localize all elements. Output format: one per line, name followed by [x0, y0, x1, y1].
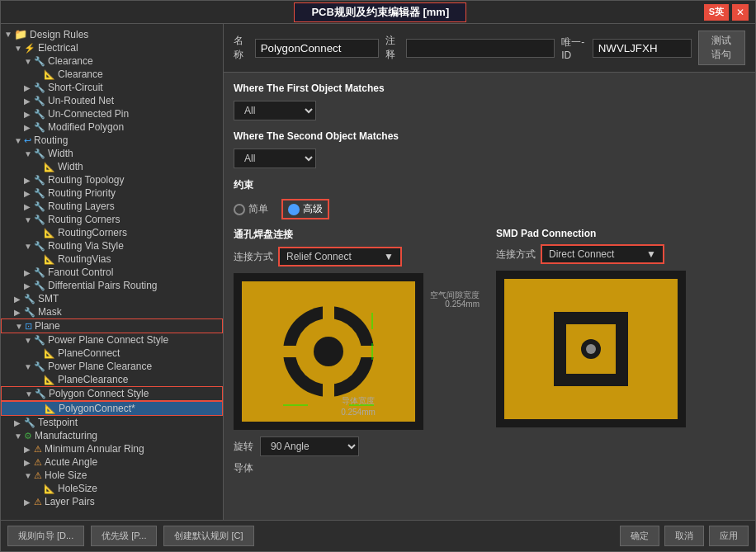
rule-icon: 📐 [44, 375, 55, 385]
tree-item-polygon-connect[interactable]: 📐 PolygonConnect* [1, 401, 223, 416]
tree-item-width-group[interactable]: ▼ 🔧 Width [1, 147, 223, 160]
radio-group: 简单 高级 [234, 199, 745, 219]
tree-item-un-routed-net[interactable]: ▶ 🔧 Un-Routed Net [1, 94, 223, 107]
main-area: ▼ 📁 Design Rules ▼ ⚡ Electrical ▼ 🔧 Clea… [1, 24, 755, 520]
expand-arrow: ▶ [24, 281, 34, 290]
ok-button[interactable]: 确定 [620, 526, 659, 546]
tree-item-routing-corners[interactable]: ▼ 🔧 Routing Corners [1, 213, 223, 226]
smd-diagram-svg [496, 271, 686, 427]
rule-icon: 📐 [45, 403, 56, 414]
tree-item-un-connected-pin[interactable]: ▶ 🔧 Un-Connected Pin [1, 107, 223, 120]
svg-point-18 [586, 344, 596, 354]
rotation-select[interactable]: 90 Angle 45 Angle Any Angle [260, 436, 359, 456]
name-input[interactable] [255, 39, 379, 58]
priority-button[interactable]: 优先级 [P... [91, 526, 157, 546]
tree-item-routing-via-style[interactable]: ▼ 🔧 Routing Via Style [1, 239, 223, 252]
advanced-radio-label: 高级 [303, 202, 323, 216]
rule-icon: 🔧 [34, 149, 45, 159]
expand-arrow: ▶ [24, 83, 34, 92]
tree-label: Design Rules [30, 29, 88, 40]
close-button[interactable]: ✕ [732, 4, 749, 21]
tree-item-modified-polygon[interactable]: ▶ 🔧 Modified Polygon [1, 120, 223, 134]
svg-rect-8 [323, 380, 334, 399]
tree-label: PolygonConnect* [59, 403, 135, 414]
tree-item-plane-connect[interactable]: 📐 PlaneConnect [1, 347, 223, 360]
tree-item-min-annular[interactable]: ▶ ⚠ Minimum Annular Ring [1, 442, 223, 455]
tree-item-plane-clearance[interactable]: 📐 PlaneClearance [1, 373, 223, 386]
expand-arrow: ▼ [25, 389, 35, 399]
tree-label: Polygon Connect Style [49, 388, 149, 399]
two-column-layout: 通孔焊盘连接 连接方式 Relief Connect ▼ [234, 228, 745, 475]
conductor-label: 导体宽度 [342, 395, 375, 407]
tree-item-routing[interactable]: ▼ ↩ Routing [1, 134, 223, 147]
tree-item-power-plane-clearance[interactable]: ▼ 🔧 Power Plane Clearance [1, 360, 223, 373]
comment-label: 注释 [385, 34, 400, 62]
expand-arrow: ▼ [4, 30, 14, 39]
tree-item-layer-pairs[interactable]: ▶ ⚠ Layer Pairs [1, 495, 223, 508]
tree-item-mask[interactable]: ▶ 🔧 Mask [1, 305, 223, 318]
s-badge: S英 [704, 4, 729, 21]
tree-label: Acute Angle [45, 456, 97, 468]
dropdown-arrow-icon2: ▼ [646, 248, 656, 260]
first-object-dropdown[interactable]: All [234, 101, 316, 120]
advanced-radio-btn[interactable] [288, 204, 300, 215]
tree-area[interactable]: ▼ 📁 Design Rules ▼ ⚡ Electrical ▼ 🔧 Clea… [1, 24, 223, 520]
tree-item-routing-corners-item[interactable]: 📐 RoutingCorners [1, 226, 223, 239]
tree-item-routing-priority[interactable]: ▶ 🔧 Routing Priority [1, 186, 223, 200]
uid-input[interactable] [593, 39, 692, 58]
tree-item-smt[interactable]: ▶ 🔧 SMT [1, 292, 223, 305]
tree-label: Routing Corners [48, 214, 120, 225]
tree-item-hole-size[interactable]: ▼ ⚠ Hole Size [1, 469, 223, 482]
tree-item-diff-pairs[interactable]: ▶ 🔧 Differential Pairs Routing [1, 279, 223, 292]
tree-item-plane[interactable]: ▼ ⊡ Plane [1, 318, 223, 333]
expand-arrow: ▼ [24, 336, 34, 345]
rule-icon: 🔧 [34, 109, 45, 120]
tree-item-width[interactable]: 📐 Width [1, 160, 223, 173]
tree-item-routing-vias[interactable]: 📐 RoutingVias [1, 252, 223, 266]
tree-item-polygon-connect-style[interactable]: ▼ 🔧 Polygon Connect Style [1, 386, 223, 401]
simple-radio[interactable]: 简单 [234, 202, 268, 216]
connect-label: 连接方式 [234, 250, 273, 264]
tree-item-routing-topology[interactable]: ▶ 🔧 Routing Topology [1, 173, 223, 186]
advanced-radio[interactable]: 高级 [281, 199, 329, 219]
apply-button[interactable]: 应用 [709, 526, 749, 546]
tree-item-electrical[interactable]: ▼ ⚡ Electrical [1, 41, 223, 54]
cancel-button[interactable]: 取消 [664, 526, 704, 546]
tree-label: Routing Priority [48, 187, 116, 199]
second-object-dropdown[interactable]: All [234, 149, 316, 168]
tree-item-power-plane-connect[interactable]: ▼ 🔧 Power Plane Connect Style [1, 333, 223, 347]
rule-icon: 📐 [44, 348, 55, 359]
lightning-icon: ⚡ [24, 43, 35, 54]
tree-label: RoutingCorners [58, 227, 127, 238]
rule-icon: 🔧 [34, 83, 45, 93]
rules-guide-button[interactable]: 规则向导 [D... [7, 526, 84, 546]
relief-select[interactable]: Relief Connect ▼ [278, 247, 402, 267]
tree-item-design-rules[interactable]: ▼ 📁 Design Rules [1, 27, 223, 41]
expand-arrow: ▶ [24, 202, 34, 211]
rule-icon: ⚠ [34, 457, 42, 468]
test-button[interactable]: 测试语句 [698, 31, 745, 65]
tree-item-routing-layers[interactable]: ▶ 🔧 Routing Layers [1, 200, 223, 213]
direct-select[interactable]: Direct Connect ▼ [541, 244, 664, 264]
tree-item-clearance-group[interactable]: ▼ 🔧 Clearance [1, 54, 223, 68]
via-connect-column: 通孔焊盘连接 连接方式 Relief Connect ▼ [234, 228, 483, 475]
simple-radio-btn[interactable] [234, 204, 245, 215]
tree-item-clearance[interactable]: 📐 Clearance [1, 68, 223, 81]
tree-item-fanout-control[interactable]: ▶ 🔧 Fanout Control [1, 266, 223, 279]
name-label: 名称 [234, 34, 248, 62]
window-title: PCB规则及约束编辑器 [mm] [294, 2, 466, 22]
tree-item-hole-size-item[interactable]: 📐 HoleSize [1, 482, 223, 495]
create-default-button[interactable]: 创建默认规则 [C] [163, 526, 253, 546]
tree-item-manufacturing[interactable]: ▼ ⚙ Manufacturing [1, 429, 223, 442]
expand-arrow: ▼ [24, 242, 34, 251]
tree-label: SMT [38, 293, 59, 304]
tree-item-testpoint[interactable]: ▶ 🔧 Testpoint [1, 416, 223, 429]
rule-icon: 🔧 [34, 361, 45, 372]
comment-input[interactable] [406, 39, 555, 58]
smd-connect-label: 连接方式 [496, 248, 536, 262]
main-window: PCB规则及约束编辑器 [mm] S英 ✕ ▼ 📁 Design Rules ▼… [0, 0, 756, 552]
tree-label: Width [58, 161, 83, 172]
tree-item-short-circuit[interactable]: ▶ 🔧 Short-Circuit [1, 81, 223, 94]
expand-arrow: ▶ [24, 97, 34, 106]
tree-item-acute-angle[interactable]: ▶ ⚠ Acute Angle [1, 455, 223, 469]
